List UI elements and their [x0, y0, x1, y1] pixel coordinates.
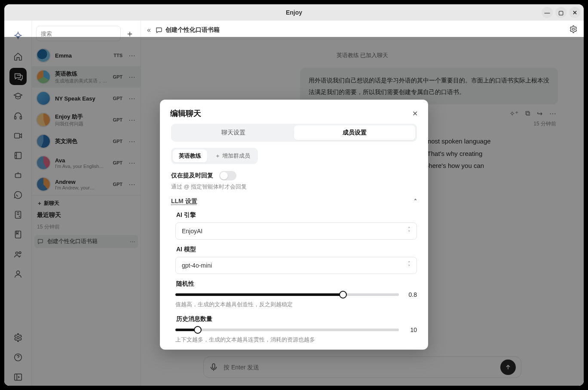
close-window-button[interactable]: ✕	[569, 7, 580, 18]
temperature-help: 值越高，生成的文本越具创造性，反之则越稳定	[175, 301, 417, 308]
temperature-label: 随机性	[175, 280, 417, 288]
chat-title-text: 创建个性化口语书籍	[165, 26, 220, 34]
modal-header: 编辑聊天 ✕	[160, 100, 428, 124]
titlebar: Enjoy — ▢ ✕	[4, 4, 584, 21]
modal-body: 聊天设置 成员设置 英语教练 ＋增加群成员 仅在提及时回复 通过 @ 指定智能体…	[160, 124, 428, 350]
engine-select[interactable]: EnjoyAI ˄˅	[175, 222, 417, 240]
temperature-slider-row: 0.8	[175, 291, 417, 298]
engine-value: EnjoyAI	[182, 228, 202, 235]
modal-close-button[interactable]: ✕	[412, 110, 418, 118]
minimize-button[interactable]: —	[542, 7, 553, 18]
member-pill-row: 英语教练 ＋增加群成员	[171, 148, 258, 164]
chat-icon	[155, 26, 163, 34]
reply-mention-help: 通过 @ 指定智能体时才会回复	[171, 183, 417, 191]
maximize-button[interactable]: ▢	[555, 7, 567, 18]
reply-mention-row: 仅在提及时回复	[171, 171, 417, 180]
temperature-value: 0.8	[405, 291, 417, 298]
tab-chat-settings[interactable]: 聊天设置	[173, 125, 294, 140]
llm-section-label: LLM 设置	[171, 198, 197, 205]
chat-settings-button[interactable]	[569, 25, 578, 35]
history-help: 上下文越多，生成的文本越具连贯性，消耗的资源也越多	[175, 336, 417, 344]
collapse-icon[interactable]: «	[147, 26, 151, 34]
chat-title: 创建个性化口语书籍	[155, 26, 220, 34]
reply-mention-label: 仅在提及时回复	[171, 172, 213, 180]
app-title: Enjoy	[286, 9, 302, 16]
chevron-up-icon: ˄	[414, 198, 417, 205]
member-pill[interactable]: 英语教练	[173, 149, 207, 162]
window-controls: — ▢ ✕	[542, 7, 580, 18]
member-pill-label: 英语教练	[179, 152, 201, 160]
add-member-button[interactable]: ＋增加群成员	[209, 149, 256, 162]
app-window: Enjoy — ▢ ✕	[4, 4, 584, 386]
history-label: 历史消息数量	[175, 315, 417, 323]
history-slider-row: 10	[175, 326, 417, 333]
engine-label: AI 引擎	[175, 211, 417, 219]
add-member-label: 增加群成员	[222, 152, 250, 160]
select-sort-icon: ˄˅	[408, 262, 410, 268]
app-body: ＋ Emma TTS ⋯ 英语教练 生成地道的美式英语，超…	[4, 21, 584, 386]
model-label: AI 模型	[175, 246, 417, 253]
svg-point-14	[573, 28, 575, 30]
select-sort-icon: ˄˅	[408, 228, 410, 234]
modal-tabs: 聊天设置 成员设置	[171, 124, 417, 142]
modal-title: 编辑聊天	[170, 108, 201, 119]
model-select[interactable]: gpt-4o-mini ˄˅	[175, 257, 417, 274]
reply-mention-toggle[interactable]	[219, 171, 236, 180]
llm-section-header[interactable]: LLM 设置 ˄	[171, 198, 417, 205]
edit-chat-modal: 编辑聊天 ✕ 聊天设置 成员设置 英语教练 ＋增加群成员 仅在提及时回复	[160, 100, 428, 350]
temperature-slider[interactable]	[175, 293, 399, 296]
history-value: 10	[405, 326, 417, 333]
tab-member-settings[interactable]: 成员设置	[294, 125, 415, 140]
model-value: gpt-4o-mini	[182, 262, 212, 269]
history-slider[interactable]	[175, 329, 399, 331]
